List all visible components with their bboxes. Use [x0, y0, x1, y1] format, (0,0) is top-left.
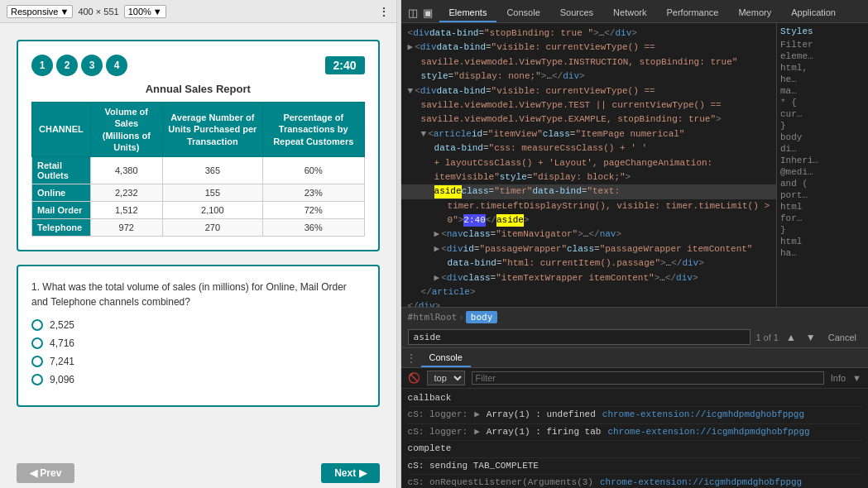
tab-elements[interactable]: Elements [439, 4, 497, 22]
channel-cell: Telephone [32, 219, 91, 237]
tab-network[interactable]: Network [603, 4, 656, 22]
search-prev-button[interactable]: ▲ [784, 331, 798, 344]
option-radio-4[interactable] [31, 374, 43, 385]
breadcrumb-root[interactable]: #htmlRoot [408, 312, 458, 323]
console-toolbar: 🚫 top Info ▼ [401, 368, 868, 389]
option-radio-3[interactable] [31, 356, 43, 367]
style-item: Inheri… [780, 155, 865, 165]
code-line[interactable]: saville.viewmodel.ViewType.TEST || curre… [401, 98, 776, 112]
context-select[interactable]: top [427, 371, 465, 385]
code-line[interactable]: </article> [401, 285, 776, 299]
sales-table: CHANNEL Volume of Sales (Millions of Uni… [31, 102, 365, 237]
console-area: ⋮ Console 🚫 top Info ▼ callbackcS: logge… [401, 348, 868, 488]
channel-cell: Retail Outlets [32, 157, 91, 184]
style-item: for… [780, 213, 865, 223]
style-item: html [780, 202, 865, 212]
style-item: @medi… [780, 167, 865, 177]
code-line[interactable]: itemVisible" style="display: block;"> [401, 170, 776, 184]
console-tab-icon[interactable]: ⋮ [401, 352, 421, 364]
code-line[interactable]: saville.viewmodel.ViewType.INSTRUCTION, … [401, 55, 776, 69]
option-label-3: 7,241 [50, 356, 74, 367]
code-line[interactable]: </div> [401, 299, 776, 307]
code-line[interactable]: data-bind="css: measureCssClass() + ' ' [401, 141, 776, 155]
responsive-select[interactable]: Responsive ▼ [7, 5, 73, 18]
code-line[interactable]: + layoutCssClass() + 'Layout', pageChang… [401, 156, 776, 170]
page-dot-2[interactable]: 2 [56, 55, 78, 76]
tab-performance[interactable]: Performance [656, 4, 728, 22]
option-row: 9,096 [31, 374, 365, 385]
error-icon: 🚫 [408, 372, 420, 384]
code-line[interactable]: ▼ <article id="itemView" class="ItemPage… [401, 127, 776, 141]
option-radio-2[interactable] [31, 337, 43, 349]
col-header-avg: Average Number of Units Purchased per Tr… [162, 103, 262, 157]
question-card: 1. What was the total volume of sales (i… [17, 265, 380, 407]
style-item: eleme… [780, 51, 865, 61]
code-line[interactable]: ▼ <div data-bind="visible: currentViewTy… [401, 84, 776, 98]
timer-display: 2:40 [325, 56, 365, 74]
devtools-panel: ◫ ▣ Elements Console Sources Network Per… [401, 0, 868, 488]
option-row: 2,525 [31, 319, 365, 331]
log-line: callback [408, 390, 861, 407]
code-line[interactable]: timer.timeLeftDisplayString(), visible: … [401, 199, 776, 213]
log-link[interactable]: chrome-extension://icgmhdpmdghobfppgg [602, 409, 804, 421]
bottom-navigation: ◀ Prev Next ▶ [0, 458, 396, 488]
search-input[interactable] [408, 329, 751, 345]
data-cell: 1,512 [90, 202, 162, 219]
page-dot-3[interactable]: 3 [81, 55, 103, 76]
tab-memory[interactable]: Memory [728, 4, 781, 22]
code-line[interactable]: aside class="timer" data-bind="text: [401, 184, 776, 199]
code-line[interactable]: ▶ <nav class="itemNavigator">…</nav> [401, 227, 776, 242]
code-line[interactable]: 0">2:40</aside> [401, 213, 776, 227]
option-radio-1[interactable] [31, 319, 43, 331]
quiz-card: 1 2 3 4 2:40 Annual Sales Report CHANNEL… [17, 40, 380, 251]
log-line: complete [408, 441, 861, 457]
option-label-4: 9,096 [50, 374, 74, 385]
col-header-pct: Percentage of Transactions by Repeat Cus… [262, 103, 364, 157]
style-item: cur… [780, 109, 865, 119]
tab-console-bottom[interactable]: Console [421, 348, 471, 367]
code-line[interactable]: ▶ <div id="passageWrapper" class="passag… [401, 242, 776, 256]
inspect-icon[interactable]: ◫ [408, 7, 418, 19]
style-item: html [780, 237, 865, 246]
zoom-label: 100% [128, 7, 151, 17]
zoom-select[interactable]: 100% ▼ [124, 5, 166, 18]
tab-sources[interactable]: Sources [550, 4, 603, 22]
tab-console[interactable]: Console [496, 4, 549, 22]
col-header-volume: Volume of Sales (Millions of Units) [90, 103, 162, 157]
code-line[interactable]: ▶ <div data-bind="visible: currentViewTy… [401, 41, 776, 55]
prev-button[interactable]: ◀ Prev [17, 463, 74, 483]
console-tab-bar: ⋮ Console [401, 348, 868, 368]
search-count: 1 of 1 [755, 333, 779, 342]
tab-application[interactable]: Application [781, 4, 846, 22]
search-next-button[interactable]: ▼ [803, 331, 818, 344]
data-cell: 4,380 [90, 157, 162, 184]
more-options-button[interactable]: ⋮ [378, 5, 390, 18]
chevron-down-icon: ▼ [153, 7, 162, 17]
breadcrumb-body[interactable]: body [466, 311, 498, 323]
code-line[interactable]: ▶ <div class="itemTextWrapper itemConten… [401, 271, 776, 285]
style-item: di… [780, 144, 865, 154]
console-log: callbackcS: logger: ▶Array(1) : undefine… [401, 389, 868, 488]
styles-list: eleme…html, he… ma…* { cur…}body di…Inhe… [780, 51, 865, 258]
browser-toolbar: Responsive ▼ 400 × 551 100% ▼ ⋮ [0, 0, 396, 23]
device-icon[interactable]: ▣ [423, 7, 433, 19]
responsive-label: Responsive [11, 7, 58, 17]
search-cancel-button[interactable]: Cancel [823, 332, 861, 343]
page-dot-1[interactable]: 1 [31, 55, 53, 76]
console-filter-input[interactable] [472, 371, 824, 385]
code-line[interactable]: style="display: none;">…</div> [401, 69, 776, 84]
log-line: cS: logger: ▶Array(1) : undefinedchrome-… [408, 407, 861, 423]
question-text: 1. What was the total volume of sales (i… [31, 280, 365, 309]
data-cell: 270 [162, 219, 262, 237]
log-link[interactable]: chrome-extension://icgmhdpmdghobfppgg [607, 426, 809, 438]
page-dot-4[interactable]: 4 [106, 55, 127, 76]
info-dropdown-icon[interactable]: ▼ [852, 373, 861, 383]
style-item: } [780, 121, 865, 131]
html-panel[interactable]: <div data-bind="stopBinding: true ">…</d… [401, 23, 777, 307]
code-line[interactable]: saville.viewmodel.ViewType.EXAMPLE, stop… [401, 112, 776, 127]
report-title: Annual Sales Report [31, 83, 365, 95]
log-link[interactable]: chrome-extension://icgmhdpmdghobfppgg [600, 476, 802, 488]
next-button[interactable]: Next ▶ [321, 463, 379, 483]
code-line[interactable]: data-bind="html: currentItem().passage">… [401, 256, 776, 270]
code-line[interactable]: <div data-bind="stopBinding: true ">…</d… [401, 26, 776, 41]
